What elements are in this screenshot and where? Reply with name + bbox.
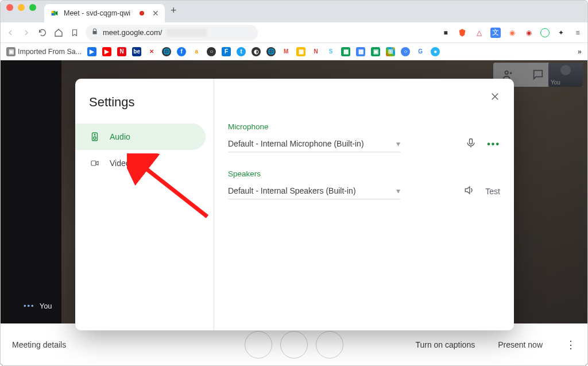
mic-level-indicator: ••• (487, 139, 500, 149)
microphone-select[interactable]: Default - Internal Microphone (Built-in)… (228, 136, 400, 152)
speaker-icon (89, 131, 100, 142)
svg-rect-2 (52, 13, 54, 16)
you-indicator: ••• You (24, 302, 52, 310)
nav-reload-button[interactable] (37, 28, 48, 37)
captions-button[interactable]: Turn on captions (415, 340, 475, 349)
red-ext-icon[interactable]: ◉ (524, 28, 534, 38)
browser-tab[interactable]: Meet - svd-cqgm-qwi ✕ (44, 4, 165, 22)
hangup-button[interactable] (280, 331, 308, 359)
bookmark-item[interactable]: be (132, 47, 141, 56)
bookmark-item[interactable]: ▦ (296, 47, 305, 56)
bookmark-item[interactable]: f (177, 47, 186, 56)
meeting-details-button[interactable]: Meeting details (12, 340, 66, 349)
bookmark-item[interactable]: ▦ (356, 47, 365, 56)
svg-rect-10 (470, 138, 473, 144)
bookmark-item[interactable]: t (237, 47, 246, 56)
settings-nav-video[interactable]: Video (75, 150, 206, 176)
bookmark-item[interactable]: N (311, 47, 320, 56)
window-traffic-lights[interactable] (6, 1, 44, 22)
tab-close-button[interactable]: ✕ (152, 9, 159, 18)
bookmarks-folder-label: Imported From Sa... (18, 48, 82, 56)
dropdown-arrow-icon: ▾ (396, 139, 400, 148)
bookmark-item[interactable]: ▶ (102, 47, 111, 56)
tab-title: Meet - svd-cqgm-qwi (64, 9, 130, 17)
bookmark-item[interactable]: N (117, 47, 126, 56)
test-speakers-button[interactable]: Test (485, 187, 500, 196)
bookmark-icon[interactable] (69, 28, 80, 37)
microphone-icon (465, 137, 477, 151)
bookmark-item[interactable]: ⊞ (386, 47, 395, 56)
svg-point-7 (94, 137, 96, 140)
settings-content: Microphone Default - Internal Microphone… (214, 79, 514, 330)
green-ext-icon[interactable] (540, 28, 550, 37)
svg-rect-1 (52, 11, 54, 13)
more-options-button[interactable]: ⋮ (566, 338, 576, 351)
bookmark-item[interactable]: S (326, 47, 335, 56)
camera-indicator-icon[interactable]: ■ (440, 28, 451, 38)
settings-title: Settings (75, 95, 214, 124)
speakers-select[interactable]: Default - Internal Speakers (Built-in) ▾ (228, 183, 400, 199)
new-tab-button[interactable]: + (165, 5, 183, 19)
bookmark-item[interactable]: ● (431, 47, 440, 56)
center-controls (245, 331, 343, 359)
speakers-label: Speakers (228, 169, 500, 178)
bookmarks-folder[interactable]: ▣ Imported From Sa... (6, 47, 82, 56)
extensions-button[interactable]: ✦ (556, 28, 566, 38)
bookmark-item[interactable]: G (416, 47, 425, 56)
brave-ext-icon[interactable] (457, 28, 467, 38)
nav-forward-button[interactable] (21, 28, 32, 37)
bookmark-item[interactable]: ▶ (87, 47, 96, 56)
svg-rect-9 (91, 161, 96, 165)
speakers-value: Default - Internal Speakers (Built-in) (228, 186, 356, 195)
microphone-label: Microphone (228, 122, 500, 131)
bookmark-item[interactable]: ○ (401, 47, 410, 56)
camera-button[interactable] (316, 331, 343, 359)
nav-home-button[interactable] (53, 28, 64, 37)
svg-point-8 (94, 134, 95, 136)
url-text: meet.google.com/ (103, 28, 162, 37)
bookmark-item[interactable]: ○ (207, 47, 216, 56)
nav-video-label: Video (110, 159, 130, 168)
volume-icon (463, 184, 475, 198)
meet-favicon-icon (50, 9, 59, 18)
folder-icon: ▣ (6, 47, 16, 56)
bookmarks-bar: ▣ Imported From Sa... ▶ ▶ N be ✕ 🌐 f a ○… (1, 43, 587, 60)
bookmark-item[interactable]: 🌐 (162, 47, 171, 56)
bookmarks-overflow-button[interactable]: » (578, 48, 582, 56)
settings-dialog: Settings Audio Video Microphone (75, 79, 514, 330)
settings-nav-audio[interactable]: Audio (75, 124, 206, 150)
dropdown-arrow-icon: ▾ (396, 186, 400, 195)
window-titlebar: Meet - svd-cqgm-qwi ✕ + (1, 1, 587, 22)
bookmark-item[interactable]: F (222, 47, 231, 56)
bookmark-item[interactable]: M (281, 47, 291, 56)
close-window-button[interactable] (6, 4, 13, 11)
nav-audio-label: Audio (110, 132, 130, 141)
microphone-section: Microphone Default - Internal Microphone… (228, 122, 500, 152)
triangle-ext-icon[interactable]: △ (474, 28, 484, 38)
lock-icon (91, 28, 98, 37)
translate-ext-icon[interactable]: 文 (490, 28, 501, 38)
more-dots-icon[interactable]: ••• (24, 302, 35, 310)
recording-indicator-icon (140, 11, 144, 16)
speakers-section: Speakers Default - Internal Speakers (Bu… (228, 169, 500, 199)
address-bar[interactable]: meet.google.com/ (86, 25, 258, 41)
bookmark-item[interactable]: a (192, 47, 201, 56)
browser-menu-button[interactable]: ≡ (572, 28, 583, 38)
bookmark-item[interactable]: 🌐 (266, 47, 276, 56)
browser-toolbar: meet.google.com/ ■ △ 文 ◉ ◉ ✦ ≡ (1, 22, 587, 43)
bookmark-item[interactable]: ✕ (147, 47, 156, 56)
bookmark-item[interactable]: ◐ (252, 47, 261, 56)
orange-ext-icon[interactable]: ◉ (507, 28, 517, 38)
dialog-close-button[interactable] (490, 91, 500, 104)
present-button[interactable]: Present now (498, 340, 543, 349)
video-icon (89, 159, 100, 168)
minimize-window-button[interactable] (18, 4, 25, 11)
mute-button[interactable] (245, 331, 272, 359)
url-blurred-path (167, 29, 207, 37)
bookmark-item[interactable]: ▣ (371, 47, 380, 56)
maximize-window-button[interactable] (29, 4, 36, 11)
extensions-row: ■ △ 文 ◉ ◉ ✦ ≡ (440, 28, 583, 38)
nav-back-button[interactable] (5, 28, 16, 37)
bookmark-item[interactable]: ▦ (341, 47, 350, 56)
microphone-value: Default - Internal Microphone (Built-in) (228, 139, 364, 148)
